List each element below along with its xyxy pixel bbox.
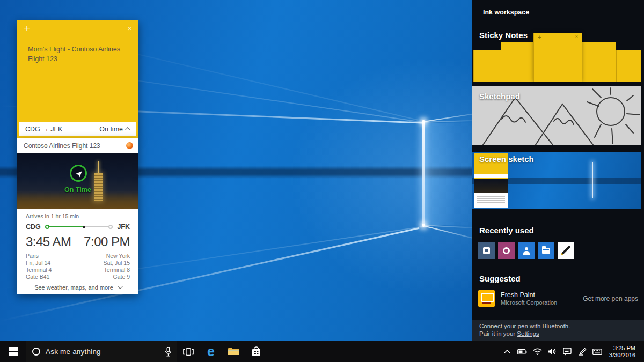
- departure-time: 3:45 AM: [26, 234, 71, 249]
- destination-dot: [108, 225, 113, 229]
- window-logo-edge: [422, 120, 425, 227]
- recent-app-tile-4[interactable]: [538, 242, 554, 259]
- keyboard-icon: [592, 349, 602, 355]
- microphone-icon[interactable]: [165, 347, 172, 357]
- flight-card-header: Contoso Airlines Flight 123: [17, 138, 138, 153]
- sticky-notes-label: Sticky Notes: [479, 31, 528, 40]
- cortana-icon: [32, 348, 40, 356]
- pen-icon: [578, 348, 587, 356]
- pen-settings-button[interactable]: [576, 341, 589, 362]
- sticky-note-text[interactable]: Mom's Flight - Contoso Airlines Flight 1…: [17, 35, 138, 64]
- windows-desktop: + × Mom's Flight - Contoso Airlines Flig…: [0, 0, 644, 362]
- plane-position-dot: [83, 226, 85, 228]
- recent-app-tile-1[interactable]: [478, 242, 495, 259]
- fresh-paint-icon: [478, 290, 495, 307]
- recently-used-label: Recently used: [479, 226, 534, 235]
- ink-workspace-panel: Ink workspace Sticky Notes + ×: [472, 0, 644, 341]
- wifi-status-button[interactable]: [531, 341, 544, 362]
- building-spire: [98, 161, 99, 173]
- arrival-time: 7:00 PM: [84, 234, 130, 249]
- destination-code: JFK: [117, 223, 130, 231]
- task-view-icon: [183, 348, 194, 356]
- app-icon: [503, 247, 510, 254]
- sticky-notes-thumbnail[interactable]: + ×: [472, 33, 641, 82]
- wifi-icon: [533, 348, 542, 355]
- edge-icon: e: [207, 345, 215, 358]
- recent-app-tile-2[interactable]: [498, 242, 515, 259]
- search-input[interactable]: Ask me anything: [46, 348, 159, 356]
- battery-status-button[interactable]: [516, 341, 529, 362]
- destination-city: New York: [106, 253, 130, 260]
- taskbar-clock[interactable]: 3:25 PM 3/30/2016: [606, 345, 641, 359]
- flight-card[interactable]: Contoso Airlines Flight 123 On Time Arri…: [17, 138, 138, 294]
- start-button[interactable]: [0, 341, 26, 362]
- plane-status-icon: [70, 165, 87, 182]
- suggested-app-name: Fresh Paint: [501, 291, 583, 299]
- add-note-icon[interactable]: +: [24, 22, 30, 35]
- destination-terminal: Terminal 8: [104, 267, 130, 274]
- action-center-button[interactable]: [561, 341, 574, 362]
- cortana-search-box[interactable]: Ask me anything: [26, 341, 177, 362]
- sticky-note[interactable]: + × Mom's Flight - Contoso Airlines Flig…: [17, 20, 138, 138]
- suggested-label: Suggested: [479, 274, 521, 283]
- chevron-down-icon: [118, 284, 123, 289]
- window-corner-glow: [422, 120, 425, 123]
- flight-title: Contoso Airlines Flight 123: [24, 142, 100, 150]
- volume-button[interactable]: [546, 341, 559, 362]
- touch-keyboard-button[interactable]: [591, 341, 604, 362]
- origin-date: Fri, Jul 14: [26, 260, 50, 267]
- taskbar-empty-area: [267, 341, 501, 362]
- folder-icon: [542, 248, 550, 254]
- origin-city: Paris: [26, 253, 39, 260]
- origin-terminal: Terminal 4: [26, 267, 52, 274]
- task-view-button[interactable]: [177, 341, 200, 362]
- destination-date: Sat, Jul 15: [103, 260, 130, 267]
- screen-sketch-label: Screen sketch: [479, 154, 534, 164]
- recent-app-tile-3[interactable]: [518, 242, 535, 259]
- show-hidden-icons-button[interactable]: [501, 341, 514, 362]
- see-more-button[interactable]: See weather, maps, and more: [17, 280, 138, 294]
- insight-route: CDG → JFK: [25, 125, 62, 133]
- taskbar: Ask me anything e: [0, 341, 644, 362]
- mini-add-icon: +: [538, 34, 541, 40]
- mini-note: [616, 50, 641, 82]
- clock-date: 3/30/2016: [609, 352, 635, 359]
- system-tray: 3:25 PM 3/30/2016: [501, 341, 644, 362]
- chevron-up-icon: [504, 350, 510, 353]
- flight-insight-bar[interactable]: CDG → JFK On time: [19, 122, 136, 136]
- windows-logo-icon: [9, 347, 18, 356]
- folder-icon: [228, 347, 239, 356]
- close-note-icon[interactable]: ×: [127, 24, 132, 33]
- sketchpad-label: Sketchpad: [479, 92, 520, 101]
- pairing-line2: Pair it in your Settings: [479, 330, 644, 337]
- clock-time: 3:25 PM: [609, 345, 635, 352]
- recent-app-tile-5[interactable]: [558, 242, 574, 259]
- suggested-app-publisher: Microsoft Corporation: [501, 299, 583, 306]
- mini-window-glow: [592, 162, 593, 197]
- origin-code: CDG: [26, 223, 41, 231]
- pen-pairing-footer: Connect your pen with Bluetooth. Pair it…: [472, 320, 644, 341]
- get-more-pen-apps-link[interactable]: Get more pen apps: [583, 295, 638, 302]
- origin-dot: [45, 225, 49, 229]
- settings-link[interactable]: Settings: [517, 330, 539, 337]
- suggested-app-row[interactable]: Fresh Paint Microsoft Corporation Get mo…: [478, 290, 638, 307]
- chevron-up-icon[interactable]: [125, 127, 130, 132]
- progress-track: [45, 224, 113, 230]
- pen-icon: [561, 246, 572, 256]
- store-button[interactable]: [245, 341, 267, 362]
- airline-logo-icon: [126, 142, 133, 149]
- see-more-label: See weather, maps, and more: [34, 284, 113, 291]
- notification-icon: [563, 348, 572, 356]
- plane-icon: [75, 169, 83, 178]
- panel-title: Ink workspace: [483, 9, 529, 16]
- person-icon: [523, 247, 530, 255]
- mini-note: [501, 42, 533, 82]
- window-corner-glow: [422, 224, 425, 227]
- recently-used-tiles: [478, 242, 574, 259]
- mini-note: [473, 50, 501, 82]
- edge-browser-button[interactable]: e: [200, 341, 222, 362]
- app-icon: [483, 247, 490, 254]
- mini-note-active: + ×: [533, 33, 582, 82]
- file-explorer-button[interactable]: [222, 341, 245, 362]
- arrival-countdown: Arrives in 1 hr 15 min: [26, 213, 130, 219]
